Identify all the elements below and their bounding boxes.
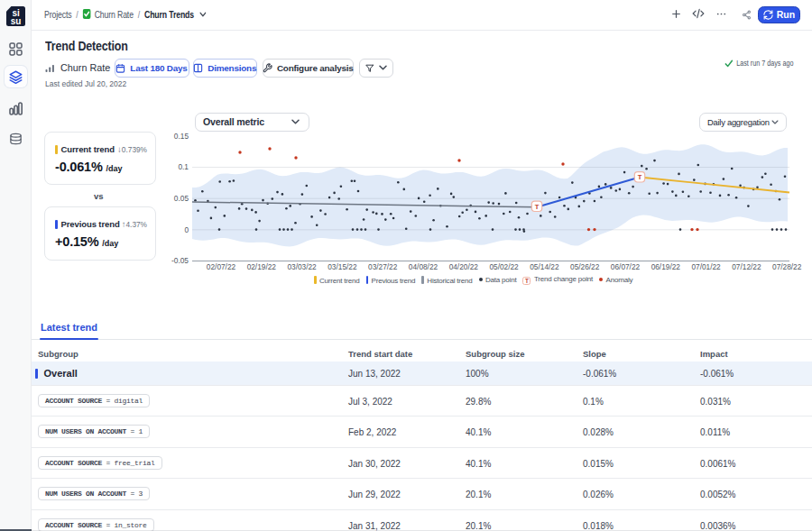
svg-text:05/02/22: 05/02/22 [489,262,519,271]
svg-text:03/27/22: 03/27/22 [368,262,398,271]
svg-text:07/01/22: 07/01/22 [691,262,721,271]
svg-text:06/07/22: 06/07/22 [611,262,641,271]
svg-text:05/14/22: 05/14/22 [530,262,559,271]
svg-text:T: T [535,203,540,211]
svg-text:03/15/22: 03/15/22 [328,262,357,271]
svg-text:-0.05: -0.05 [171,256,189,265]
svg-text:04/08/22: 04/08/22 [409,262,438,271]
svg-text:04/20/22: 04/20/22 [449,262,479,271]
svg-text:0.1: 0.1 [178,162,189,171]
svg-text:02/19/22: 02/19/22 [247,262,277,271]
svg-text:0.15: 0.15 [174,132,189,141]
svg-text:07/28/22: 07/28/22 [772,262,802,271]
svg-text:0: 0 [184,225,189,234]
svg-text:06/19/22: 06/19/22 [651,262,681,271]
svg-text:07/12/22: 07/12/22 [732,262,761,271]
svg-text:05/26/22: 05/26/22 [570,262,600,271]
svg-text:T: T [638,173,642,181]
svg-text:0.05: 0.05 [174,194,189,203]
svg-text:02/07/22: 02/07/22 [207,262,236,271]
svg-text:03/03/22: 03/03/22 [287,262,317,271]
